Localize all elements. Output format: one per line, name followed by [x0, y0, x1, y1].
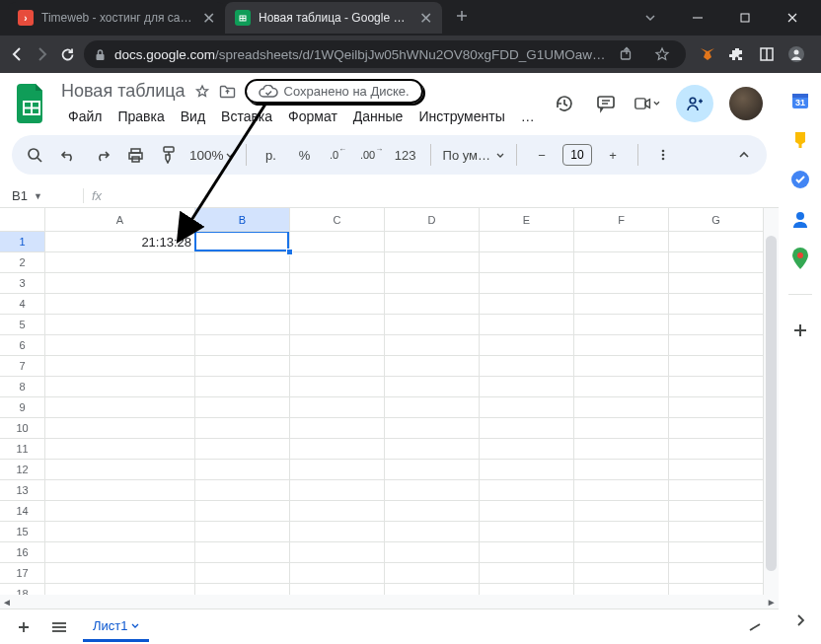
paint-format-icon[interactable] — [156, 142, 182, 168]
more-toolbar-icon[interactable] — [650, 142, 676, 168]
cell[interactable] — [195, 460, 290, 480]
cell[interactable] — [290, 418, 385, 439]
cell[interactable] — [574, 563, 669, 584]
cell[interactable] — [385, 232, 480, 252]
cell[interactable] — [195, 522, 290, 542]
cell[interactable] — [290, 294, 385, 315]
cell[interactable] — [480, 356, 574, 377]
number-format-button[interactable]: 123 — [393, 142, 418, 168]
cell[interactable] — [480, 252, 574, 273]
cell[interactable] — [480, 480, 574, 501]
add-sheet-button[interactable] — [12, 615, 36, 639]
select-all-corner[interactable] — [0, 208, 45, 232]
cell[interactable] — [385, 315, 480, 335]
save-status-badge[interactable]: Сохранено на Диске. — [245, 79, 423, 104]
row-header[interactable]: 14 — [0, 501, 45, 522]
cell[interactable] — [385, 480, 480, 501]
cell[interactable] — [574, 232, 669, 252]
cell[interactable] — [480, 273, 574, 294]
cell[interactable] — [385, 377, 480, 397]
cell[interactable] — [45, 501, 195, 522]
row-header[interactable]: 1 — [0, 232, 45, 252]
share-url-icon[interactable] — [613, 40, 640, 68]
cell[interactable] — [290, 542, 385, 563]
cell[interactable] — [574, 460, 669, 480]
cell[interactable] — [669, 418, 764, 439]
row-header[interactable]: 7 — [0, 356, 45, 377]
cell[interactable] — [669, 252, 764, 273]
cell[interactable] — [45, 252, 195, 273]
column-header[interactable]: B — [195, 208, 290, 232]
cell[interactable] — [669, 356, 764, 377]
vertical-scrollbar[interactable] — [764, 208, 779, 595]
menu-tools[interactable]: Инструменты — [411, 106, 511, 127]
cell[interactable] — [290, 232, 385, 252]
cell[interactable] — [480, 563, 574, 584]
cell[interactable] — [669, 315, 764, 335]
meet-icon[interactable] — [634, 91, 660, 116]
cell[interactable] — [45, 294, 195, 315]
sheets-logo[interactable] — [12, 84, 51, 123]
cell[interactable] — [669, 542, 764, 563]
decrease-font-button[interactable]: − — [529, 142, 555, 168]
cell[interactable] — [385, 294, 480, 315]
cell[interactable] — [574, 542, 669, 563]
cell[interactable] — [669, 273, 764, 294]
cell[interactable] — [290, 522, 385, 542]
cell[interactable] — [195, 439, 290, 460]
minimize-button[interactable] — [683, 3, 712, 33]
cell[interactable] — [45, 335, 195, 356]
row-header[interactable]: 3 — [0, 273, 45, 294]
cell[interactable] — [290, 335, 385, 356]
cell[interactable] — [669, 522, 764, 542]
print-icon[interactable] — [122, 142, 148, 168]
cell[interactable] — [574, 501, 669, 522]
percent-button[interactable]: % — [292, 142, 318, 168]
row-header[interactable]: 5 — [0, 315, 45, 335]
horizontal-scrollbar[interactable]: ◄ ► — [0, 595, 779, 608]
reading-list-icon[interactable] — [753, 40, 781, 68]
cell[interactable] — [290, 356, 385, 377]
add-addon-icon[interactable] — [790, 321, 810, 340]
cell[interactable] — [480, 542, 574, 563]
cell[interactable] — [669, 439, 764, 460]
row-header[interactable]: 10 — [0, 418, 45, 439]
cell[interactable] — [574, 377, 669, 397]
maps-icon[interactable] — [790, 249, 810, 268]
history-icon[interactable] — [552, 91, 577, 116]
menu-edit[interactable]: Правка — [111, 106, 171, 127]
increase-decimal-button[interactable]: .00→ — [359, 142, 385, 168]
cell[interactable] — [45, 397, 195, 418]
redo-icon[interactable] — [89, 142, 114, 168]
row-header[interactable]: 13 — [0, 480, 45, 501]
column-header[interactable]: G — [669, 208, 764, 232]
zoom-dropdown[interactable]: 100% — [189, 142, 234, 168]
browser-tab-1[interactable]: Новая таблица - Google Таблицы ✕ — [225, 2, 442, 34]
cell[interactable] — [290, 252, 385, 273]
cell[interactable] — [195, 542, 290, 563]
cell[interactable] — [480, 294, 574, 315]
extensions-icon[interactable] — [723, 40, 751, 68]
row-header[interactable]: 6 — [0, 335, 45, 356]
menu-view[interactable]: Вид — [174, 106, 212, 127]
cell[interactable] — [45, 522, 195, 542]
cell[interactable] — [574, 294, 669, 315]
browser-tab-0[interactable]: › Timeweb - хостинг для сайтов ✕ — [8, 2, 225, 34]
cell[interactable] — [574, 356, 669, 377]
cells-area[interactable]: 21:13:28 — [45, 232, 779, 608]
font-dropdown[interactable]: По ум… — [443, 142, 504, 168]
profile-icon[interactable] — [783, 40, 810, 68]
menu-format[interactable]: Формат — [281, 106, 344, 127]
cell[interactable] — [669, 294, 764, 315]
sheet-tab-active[interactable]: Лист1 — [83, 612, 149, 642]
cell[interactable] — [574, 273, 669, 294]
cell[interactable] — [480, 460, 574, 480]
cell[interactable] — [385, 356, 480, 377]
cell[interactable] — [195, 397, 290, 418]
bookmark-icon[interactable] — [648, 40, 676, 68]
cell[interactable] — [195, 335, 290, 356]
cell[interactable] — [669, 501, 764, 522]
row-header[interactable]: 4 — [0, 294, 45, 315]
cell[interactable] — [385, 397, 480, 418]
doc-title[interactable]: Новая таблица — [61, 81, 186, 102]
